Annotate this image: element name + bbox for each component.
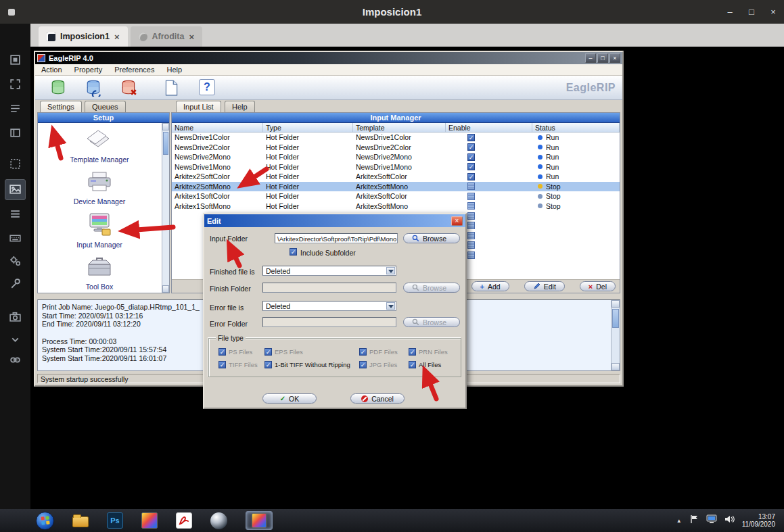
edit-button[interactable]: Edit: [524, 281, 565, 291]
scroll-up-icon[interactable]: [162, 123, 169, 130]
log-scrollbar[interactable]: [611, 300, 620, 370]
scroll-down-icon[interactable]: [612, 363, 620, 370]
dialog-titlebar[interactable]: Edit ×: [204, 214, 465, 227]
table-row[interactable]: Arkitex1SoftMono Hot Folder ArkitexSoftM…: [172, 201, 620, 212]
menu-preferences[interactable]: Preferences: [108, 66, 160, 74]
database-sync-icon[interactable]: [85, 79, 103, 97]
eaglerip-titlebar[interactable]: EagleRIP 4.0 – □ ×: [35, 52, 622, 64]
minimize-button[interactable]: –: [719, 0, 741, 24]
active-task-eaglerip[interactable]: [246, 511, 273, 530]
close-icon[interactable]: ×: [451, 216, 463, 226]
enable-checkbox[interactable]: ✓: [467, 134, 475, 141]
acrobat-taskbar-item[interactable]: [176, 512, 192, 529]
menu-icon[interactable]: [9, 208, 22, 220]
menu-action[interactable]: Action: [35, 66, 68, 74]
tray-flag-icon[interactable]: [689, 514, 699, 527]
enable-checkbox[interactable]: [467, 241, 475, 249]
checkbox-tiff-files[interactable]: ✓TIFF Files: [218, 361, 258, 368]
enable-checkbox[interactable]: [467, 183, 475, 190]
database-green-icon[interactable]: [50, 79, 68, 97]
chevron-down-icon[interactable]: [9, 333, 22, 346]
checkbox-prn-files[interactable]: ✓PRN Files: [409, 348, 448, 356]
document-icon[interactable]: [162, 79, 180, 97]
fullscreen-icon[interactable]: [9, 78, 22, 91]
minimize-button[interactable]: –: [585, 53, 596, 63]
enable-checkbox[interactable]: [467, 212, 475, 220]
setup-item-template-manager[interactable]: Template Manager: [38, 128, 161, 164]
maximize-button[interactable]: □: [741, 0, 762, 24]
table-row[interactable]: Arkitex2SoftColor Hot Folder ArkitexSoft…: [172, 172, 620, 182]
tab-input-list[interactable]: Input List: [176, 101, 221, 112]
input-folder-field[interactable]: \ArkitexDirector\Softproof\ToRip\Pdf\Mon…: [275, 233, 398, 243]
checkbox-jpg-files[interactable]: ✓JPG Files: [359, 361, 397, 368]
image-tool-selected[interactable]: [5, 179, 26, 200]
link-icon[interactable]: [9, 354, 22, 366]
checkbox-1bit-tiff[interactable]: ✓1-Bit TIFF Without Ripping: [264, 361, 350, 368]
table-row-selected[interactable]: Arkitex2SoftMono Hot Folder ArkitexSoftM…: [172, 182, 620, 192]
setup-item-input-manager[interactable]: Input Manager: [38, 212, 161, 249]
gears-icon[interactable]: [9, 255, 22, 268]
cancel-button[interactable]: Cancel: [350, 393, 405, 404]
enable-checkbox[interactable]: [467, 222, 475, 229]
enable-checkbox[interactable]: ✓: [467, 143, 475, 151]
gradient-app-taskbar-item[interactable]: [141, 512, 158, 529]
tab-help[interactable]: Help: [225, 101, 255, 112]
database-delete-icon[interactable]: [120, 79, 138, 97]
maximize-button[interactable]: □: [597, 53, 608, 63]
capture-icon[interactable]: [9, 53, 22, 66]
explorer-taskbar-item[interactable]: [72, 514, 89, 527]
photoshop-taskbar-item[interactable]: Ps: [107, 512, 123, 529]
col-enable[interactable]: Enable: [446, 123, 532, 132]
col-status[interactable]: Status: [532, 123, 620, 132]
col-type[interactable]: Type: [263, 123, 353, 132]
checkbox-ps-files[interactable]: ✓PS Files: [218, 348, 252, 356]
scroll-up-icon[interactable]: [612, 300, 620, 308]
taskbar-clock[interactable]: 13:07 11/09/2020: [742, 513, 775, 529]
close-icon[interactable]: ×: [189, 32, 194, 42]
help-icon[interactable]: ?: [199, 79, 215, 95]
add-button[interactable]: +Add: [471, 281, 509, 291]
panel-icon[interactable]: [9, 126, 22, 139]
list-icon[interactable]: [9, 102, 22, 115]
enable-checkbox[interactable]: ✓: [467, 163, 475, 170]
checkbox-all-files[interactable]: ✓All Files: [409, 361, 441, 368]
finished-file-dropdown[interactable]: Deleted: [262, 266, 396, 276]
tab-settings[interactable]: Settings: [40, 101, 82, 112]
ok-button[interactable]: ✓ OK: [262, 393, 317, 404]
checkbox-eps-files[interactable]: ✓EPS Files: [264, 348, 303, 356]
browse-button[interactable]: Browse: [403, 233, 460, 243]
enable-checkbox[interactable]: [467, 193, 475, 200]
tab-queues[interactable]: Queues: [85, 101, 126, 112]
scroll-down-icon[interactable]: [162, 285, 169, 293]
tab-imposicion1[interactable]: Imposicion1 ×: [39, 26, 128, 47]
tray-expand-icon[interactable]: ▲: [676, 518, 682, 524]
close-button[interactable]: ×: [609, 53, 620, 63]
enable-checkbox[interactable]: ✓: [467, 173, 475, 180]
menu-property[interactable]: Property: [68, 66, 109, 74]
scroll-thumb[interactable]: [612, 309, 619, 328]
col-template[interactable]: Template: [353, 123, 446, 132]
table-row[interactable]: Arkitex1SoftColor Hot Folder ArkitexSoft…: [172, 191, 620, 201]
del-button[interactable]: ×Del: [580, 281, 616, 291]
include-subfolder-checkbox[interactable]: ✓: [290, 248, 297, 256]
speaker-icon[interactable]: [724, 514, 735, 527]
enable-checkbox[interactable]: ✓: [467, 153, 475, 161]
enable-checkbox[interactable]: [467, 232, 475, 239]
chevron-down-icon[interactable]: [386, 267, 395, 274]
wrench-icon[interactable]: [9, 278, 22, 291]
tray-display-icon[interactable]: [706, 514, 717, 527]
start-button[interactable]: [36, 512, 54, 530]
setup-scrollbar[interactable]: [162, 123, 169, 293]
camera-icon[interactable]: [9, 310, 22, 323]
table-row[interactable]: NewsDrive1Color Hot Folder NewsDrive1Col…: [172, 132, 620, 143]
enable-checkbox[interactable]: [467, 251, 475, 259]
error-file-dropdown[interactable]: Deleted: [262, 301, 396, 311]
tab-afrodita[interactable]: Afrodita ×: [131, 26, 203, 47]
table-row[interactable]: NewsDrive1Mono Hot Folder NewsDrive1Mono…: [172, 162, 620, 172]
setup-item-tool-box[interactable]: Tool Box: [38, 255, 161, 291]
checkbox-pdf-files[interactable]: ✓PDF Files: [359, 348, 398, 356]
scroll-thumb[interactable]: [163, 132, 168, 155]
col-name[interactable]: Name: [172, 123, 263, 132]
close-button[interactable]: ×: [762, 0, 784, 24]
chevron-down-icon[interactable]: [386, 302, 395, 310]
